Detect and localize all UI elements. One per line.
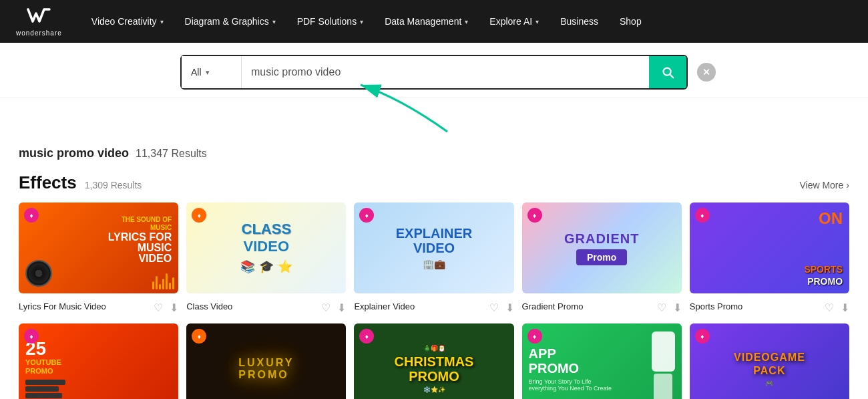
card-actions: ♡ ⬇	[321, 301, 346, 314]
download-button[interactable]: ⬇	[337, 301, 346, 314]
card-footer: Lyrics For Music Video ♡ ⬇	[19, 299, 178, 314]
search-button[interactable]	[649, 56, 686, 88]
card-videogame-pack[interactable]: VIDEOGAMEPACK 🎮 Videogame Pack ♡ ⬇	[690, 323, 849, 399]
nav-item-data-management[interactable]: Data Management ▾	[374, 0, 479, 43]
card-youtube-promo[interactable]: 25 YOUTUBEPROMO 25 YouTube Promo ♡ ⬇	[19, 323, 178, 399]
section-title: Effects	[19, 172, 77, 193]
chevron-down-icon: ▾	[465, 18, 468, 25]
search-category-label: All	[191, 67, 202, 78]
nav-item-explore-ai[interactable]: Explore AI ▾	[479, 0, 550, 43]
nav-item-pdf-solutions[interactable]: PDF Solutions ▾	[286, 0, 374, 43]
card-lyrics-music-video[interactable]: THE SOUND OF MUSIC LYRICS FORMUSICVIDEO	[19, 203, 178, 314]
card-title: Class Video	[186, 301, 321, 311]
section-count: 1,309 Results	[85, 180, 142, 190]
card-actions: ♡ ⬇	[154, 301, 178, 314]
card-luxury-promo[interactable]: LUXURYPROMO Luxury Promo ♡ ⬇	[186, 323, 346, 399]
like-button[interactable]: ♡	[657, 301, 666, 314]
like-button[interactable]: ♡	[825, 301, 834, 314]
download-button[interactable]: ⬇	[841, 301, 849, 314]
card-footer: Gradient Promo ♡ ⬇	[522, 299, 682, 314]
card-actions: ♡ ⬇	[489, 301, 514, 314]
section-title-area: Effects 1,309 Results	[19, 172, 142, 193]
chevron-down-icon: ▾	[360, 18, 363, 25]
search-input[interactable]	[242, 56, 649, 88]
download-button[interactable]: ⬇	[505, 301, 514, 314]
navbar: wondershare Video Creativity ▾ Diagram &…	[0, 0, 868, 43]
effects-cards-row2: 25 YOUTUBEPROMO 25 YouTube Promo ♡ ⬇	[19, 323, 849, 399]
search-query-label: music promo video	[19, 146, 129, 160]
card-title: Lyrics For Music Video	[19, 301, 154, 311]
card-thumbnail: 🎄🎁🎅 CHRISTMASPROMO ❄️⭐✨	[354, 323, 513, 399]
card-thumbnail: VIDEOGAMEPACK 🎮	[690, 323, 849, 399]
search-category-dropdown[interactable]: All ▾	[182, 56, 242, 88]
card-class-video[interactable]: CLASS VIDEO 📚🎓⭐ Class Video ♡ ⬇	[186, 203, 346, 314]
like-button[interactable]: ♡	[489, 301, 499, 314]
download-button[interactable]: ⬇	[170, 301, 178, 314]
vinyl-icon	[25, 260, 52, 287]
card-thumbnail: APPPROMO Bring Your Story To Lifeeveryth…	[522, 323, 682, 399]
results-count-label: 11,347 Results	[136, 148, 207, 160]
card-thumbnail: EXPLAINER VIDEO 🏢💼	[354, 203, 513, 293]
card-badge	[527, 329, 542, 344]
chevron-right-icon: ›	[846, 180, 849, 190]
card-title: Sports Promo	[690, 301, 825, 311]
category-chevron-icon: ▾	[206, 68, 210, 77]
card-actions: ♡ ⬇	[657, 301, 682, 314]
card-gradient-promo[interactable]: GRADIENT Promo Gradient Promo ♡ ⬇	[522, 203, 682, 314]
nav-item-video-creativity[interactable]: Video Creativity ▾	[81, 0, 174, 43]
like-button[interactable]: ♡	[154, 301, 163, 314]
effects-section: Effects 1,309 Results View More › THE SO…	[0, 164, 868, 399]
waveform-icon	[152, 273, 174, 289]
card-badge	[695, 208, 710, 223]
chevron-down-icon: ▾	[535, 18, 539, 25]
nav-item-shop[interactable]: Shop	[609, 0, 652, 43]
card-christmas-promo[interactable]: 🎄🎁🎅 CHRISTMASPROMO ❄️⭐✨ Christmas Promo …	[354, 323, 513, 399]
search-section: All ▾ ✕	[0, 43, 868, 98]
card-thumbnail: SPORTS PROMO ON	[690, 203, 849, 293]
nav-item-business[interactable]: Business	[550, 0, 609, 43]
logo[interactable]: wondershare	[16, 7, 62, 37]
download-button[interactable]: ⬇	[673, 301, 682, 314]
card-sports-promo[interactable]: SPORTS PROMO ON Sports Promo ♡ ⬇	[690, 203, 849, 314]
card-thumbnail: THE SOUND OF MUSIC LYRICS FORMUSICVIDEO	[19, 203, 178, 293]
view-more-button[interactable]: View More ›	[799, 180, 849, 190]
card-badge	[695, 329, 710, 344]
arrow-indicator	[0, 98, 868, 138]
card-thumbnail: LUXURYPROMO	[186, 323, 346, 399]
card-explainer-video[interactable]: EXPLAINER VIDEO 🏢💼 Explainer Video ♡ ⬇	[354, 203, 513, 314]
section-header: Effects 1,309 Results View More ›	[19, 172, 849, 193]
card-title: Explainer Video	[354, 301, 489, 311]
results-header: music promo video 11,347 Results	[0, 138, 868, 164]
card-badge	[24, 329, 39, 344]
card-footer: Sports Promo ♡ ⬇	[690, 299, 849, 314]
card-footer: Class Video ♡ ⬇	[186, 299, 346, 314]
search-container: All ▾ ✕	[180, 55, 688, 90]
logo-icon	[27, 7, 51, 28]
card-badge	[527, 208, 542, 223]
card-thumbnail: GRADIENT Promo	[522, 203, 682, 293]
nav-links: Video Creativity ▾ Diagram & Graphics ▾ …	[81, 0, 852, 43]
chevron-down-icon: ▾	[160, 18, 164, 25]
card-title: Gradient Promo	[522, 301, 657, 311]
effects-cards-row1: THE SOUND OF MUSIC LYRICS FORMUSICVIDEO	[19, 203, 849, 314]
logo-text: wondershare	[16, 29, 62, 37]
search-icon	[660, 65, 675, 80]
card-actions: ♡ ⬇	[825, 301, 849, 314]
card-thumbnail: 25 YOUTUBEPROMO	[19, 323, 178, 399]
like-button[interactable]: ♡	[321, 301, 331, 314]
search-clear-button[interactable]: ✕	[697, 63, 716, 82]
chevron-down-icon: ▾	[272, 18, 276, 25]
card-thumbnail: CLASS VIDEO 📚🎓⭐	[186, 203, 346, 293]
card-app-promo[interactable]: APPPROMO Bring Your Story To Lifeeveryth…	[522, 323, 682, 399]
nav-item-diagram-graphics[interactable]: Diagram & Graphics ▾	[174, 0, 286, 43]
card-footer: Explainer Video ♡ ⬇	[354, 299, 513, 314]
